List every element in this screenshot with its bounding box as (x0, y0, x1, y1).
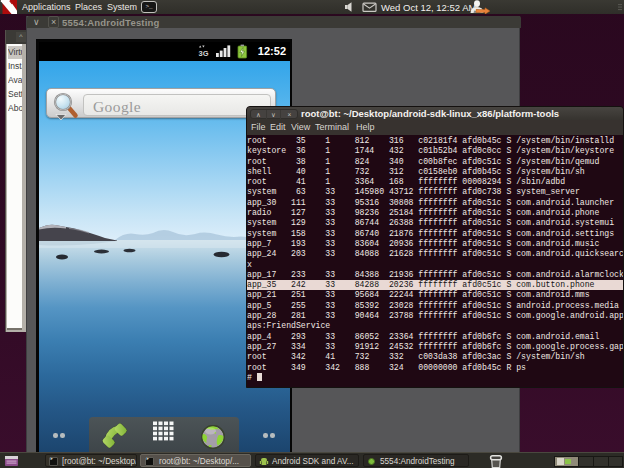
svg-text:3G: 3G (199, 49, 209, 58)
